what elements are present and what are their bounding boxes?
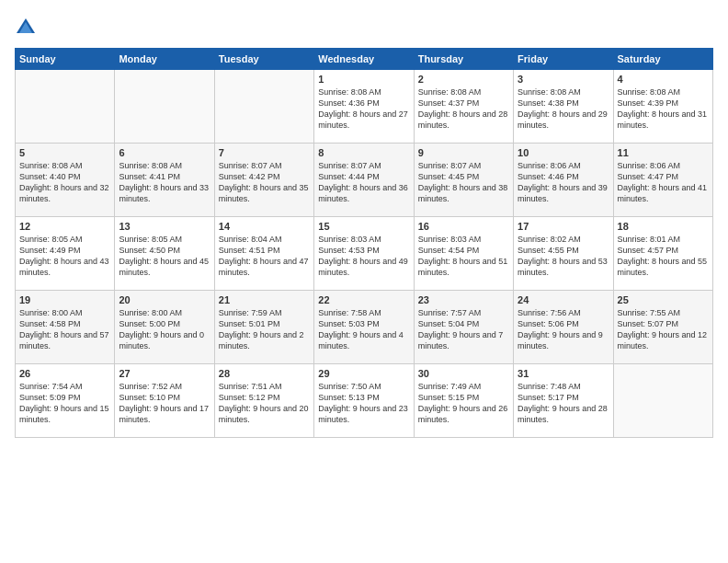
calendar-cell: 9Sunrise: 8:07 AM Sunset: 4:45 PM Daylig… <box>414 144 513 217</box>
day-info: Sunrise: 8:01 AM Sunset: 4:57 PM Dayligh… <box>618 234 709 279</box>
day-number: 26 <box>19 368 110 379</box>
day-number: 3 <box>518 74 609 85</box>
calendar-cell: 15Sunrise: 8:03 AM Sunset: 4:53 PM Dayli… <box>314 217 414 291</box>
day-number: 10 <box>518 147 609 158</box>
calendar-cell <box>16 70 115 144</box>
calendar-cell: 26Sunrise: 7:54 AM Sunset: 5:09 PM Dayli… <box>16 364 115 438</box>
calendar-cell: 24Sunrise: 7:56 AM Sunset: 5:06 PM Dayli… <box>514 291 613 364</box>
calendar-cell: 5Sunrise: 8:08 AM Sunset: 4:40 PM Daylig… <box>16 144 115 217</box>
weekday-header-friday: Friday <box>514 49 613 70</box>
day-number: 28 <box>219 368 310 379</box>
calendar-cell <box>613 364 712 438</box>
day-number: 20 <box>119 294 210 305</box>
day-info: Sunrise: 8:02 AM Sunset: 4:55 PM Dayligh… <box>518 234 609 279</box>
calendar-cell: 4Sunrise: 8:08 AM Sunset: 4:39 PM Daylig… <box>613 70 712 144</box>
day-number: 21 <box>219 294 310 305</box>
calendar-cell: 29Sunrise: 7:50 AM Sunset: 5:13 PM Dayli… <box>314 364 414 438</box>
calendar-cell: 18Sunrise: 8:01 AM Sunset: 4:57 PM Dayli… <box>613 217 712 291</box>
day-number: 27 <box>119 368 210 379</box>
calendar-cell: 30Sunrise: 7:49 AM Sunset: 5:15 PM Dayli… <box>414 364 513 438</box>
calendar-cell: 13Sunrise: 8:05 AM Sunset: 4:50 PM Dayli… <box>115 217 214 291</box>
page: SundayMondayTuesdayWednesdayThursdayFrid… <box>0 0 728 563</box>
weekday-header-monday: Monday <box>115 49 214 70</box>
calendar-cell: 1Sunrise: 8:08 AM Sunset: 4:36 PM Daylig… <box>314 70 414 144</box>
weekday-header-thursday: Thursday <box>414 49 513 70</box>
day-info: Sunrise: 8:08 AM Sunset: 4:39 PM Dayligh… <box>618 86 709 132</box>
day-number: 29 <box>318 368 409 379</box>
day-info: Sunrise: 7:54 AM Sunset: 5:09 PM Dayligh… <box>19 381 110 426</box>
calendar-cell: 19Sunrise: 8:00 AM Sunset: 4:58 PM Dayli… <box>16 291 115 364</box>
weekday-header-sunday: Sunday <box>16 49 115 70</box>
day-info: Sunrise: 7:48 AM Sunset: 5:17 PM Dayligh… <box>518 381 609 426</box>
day-number: 8 <box>318 147 409 158</box>
calendar-cell: 6Sunrise: 8:08 AM Sunset: 4:41 PM Daylig… <box>115 144 214 217</box>
day-info: Sunrise: 8:07 AM Sunset: 4:42 PM Dayligh… <box>219 160 310 205</box>
day-info: Sunrise: 8:08 AM Sunset: 4:36 PM Dayligh… <box>318 86 409 132</box>
calendar-cell: 22Sunrise: 7:58 AM Sunset: 5:03 PM Dayli… <box>314 291 414 364</box>
day-info: Sunrise: 8:08 AM Sunset: 4:40 PM Dayligh… <box>19 160 110 205</box>
calendar-week-3: 12Sunrise: 8:05 AM Sunset: 4:49 PM Dayli… <box>16 217 713 291</box>
weekday-header-saturday: Saturday <box>613 49 712 70</box>
day-info: Sunrise: 7:55 AM Sunset: 5:07 PM Dayligh… <box>618 307 709 352</box>
day-info: Sunrise: 8:00 AM Sunset: 4:58 PM Dayligh… <box>19 307 110 352</box>
calendar-cell: 12Sunrise: 8:05 AM Sunset: 4:49 PM Dayli… <box>16 217 115 291</box>
day-info: Sunrise: 8:07 AM Sunset: 4:45 PM Dayligh… <box>418 160 509 205</box>
day-info: Sunrise: 8:05 AM Sunset: 4:49 PM Dayligh… <box>19 234 110 279</box>
logo-icon <box>15 17 37 39</box>
day-info: Sunrise: 7:49 AM Sunset: 5:15 PM Dayligh… <box>418 381 509 426</box>
calendar-cell: 2Sunrise: 8:08 AM Sunset: 4:37 PM Daylig… <box>414 70 513 144</box>
day-info: Sunrise: 8:06 AM Sunset: 4:47 PM Dayligh… <box>618 160 709 205</box>
day-number: 25 <box>618 294 709 305</box>
day-number: 24 <box>518 294 609 305</box>
calendar-week-2: 5Sunrise: 8:08 AM Sunset: 4:40 PM Daylig… <box>16 144 713 217</box>
day-info: Sunrise: 8:05 AM Sunset: 4:50 PM Dayligh… <box>119 234 210 279</box>
day-number: 22 <box>318 294 409 305</box>
calendar-cell <box>214 70 313 144</box>
calendar-cell: 25Sunrise: 7:55 AM Sunset: 5:07 PM Dayli… <box>613 291 712 364</box>
day-number: 13 <box>119 221 210 232</box>
day-info: Sunrise: 8:06 AM Sunset: 4:46 PM Dayligh… <box>518 160 609 205</box>
calendar-cell: 31Sunrise: 7:48 AM Sunset: 5:17 PM Dayli… <box>514 364 613 438</box>
day-info: Sunrise: 7:57 AM Sunset: 5:04 PM Dayligh… <box>418 307 509 352</box>
header <box>15 15 713 39</box>
calendar-cell: 14Sunrise: 8:04 AM Sunset: 4:51 PM Dayli… <box>214 217 313 291</box>
day-info: Sunrise: 7:56 AM Sunset: 5:06 PM Dayligh… <box>518 307 609 352</box>
weekday-header-wednesday: Wednesday <box>314 49 414 70</box>
calendar-cell: 7Sunrise: 8:07 AM Sunset: 4:42 PM Daylig… <box>214 144 313 217</box>
day-info: Sunrise: 8:08 AM Sunset: 4:38 PM Dayligh… <box>518 86 609 132</box>
day-number: 23 <box>418 294 509 305</box>
calendar-cell <box>115 70 214 144</box>
day-info: Sunrise: 8:08 AM Sunset: 4:37 PM Dayligh… <box>418 86 509 132</box>
day-number: 7 <box>219 147 310 158</box>
day-number: 30 <box>418 368 509 379</box>
weekday-header-row: SundayMondayTuesdayWednesdayThursdayFrid… <box>16 49 713 70</box>
calendar-cell: 17Sunrise: 8:02 AM Sunset: 4:55 PM Dayli… <box>514 217 613 291</box>
day-info: Sunrise: 7:52 AM Sunset: 5:10 PM Dayligh… <box>119 381 210 426</box>
day-number: 31 <box>518 368 609 379</box>
day-info: Sunrise: 7:58 AM Sunset: 5:03 PM Dayligh… <box>318 307 409 352</box>
calendar-week-4: 19Sunrise: 8:00 AM Sunset: 4:58 PM Dayli… <box>16 291 713 364</box>
day-number: 1 <box>318 74 409 85</box>
calendar-cell: 27Sunrise: 7:52 AM Sunset: 5:10 PM Dayli… <box>115 364 214 438</box>
logo <box>15 15 40 39</box>
day-info: Sunrise: 7:59 AM Sunset: 5:01 PM Dayligh… <box>219 307 310 352</box>
day-number: 4 <box>618 74 709 85</box>
day-info: Sunrise: 8:04 AM Sunset: 4:51 PM Dayligh… <box>219 234 310 279</box>
calendar-cell: 28Sunrise: 7:51 AM Sunset: 5:12 PM Dayli… <box>214 364 313 438</box>
day-number: 11 <box>618 147 709 158</box>
calendar-cell: 23Sunrise: 7:57 AM Sunset: 5:04 PM Dayli… <box>414 291 513 364</box>
day-info: Sunrise: 8:03 AM Sunset: 4:53 PM Dayligh… <box>318 234 409 279</box>
calendar-week-1: 1Sunrise: 8:08 AM Sunset: 4:36 PM Daylig… <box>16 70 713 144</box>
calendar-week-5: 26Sunrise: 7:54 AM Sunset: 5:09 PM Dayli… <box>16 364 713 438</box>
day-info: Sunrise: 8:08 AM Sunset: 4:41 PM Dayligh… <box>119 160 210 205</box>
day-number: 18 <box>618 221 709 232</box>
day-number: 16 <box>418 221 509 232</box>
calendar-cell: 8Sunrise: 8:07 AM Sunset: 4:44 PM Daylig… <box>314 144 414 217</box>
calendar-cell: 10Sunrise: 8:06 AM Sunset: 4:46 PM Dayli… <box>514 144 613 217</box>
day-info: Sunrise: 8:03 AM Sunset: 4:54 PM Dayligh… <box>418 234 509 279</box>
calendar: SundayMondayTuesdayWednesdayThursdayFrid… <box>15 48 713 438</box>
day-number: 17 <box>518 221 609 232</box>
day-number: 15 <box>318 221 409 232</box>
day-info: Sunrise: 8:07 AM Sunset: 4:44 PM Dayligh… <box>318 160 409 205</box>
calendar-cell: 3Sunrise: 8:08 AM Sunset: 4:38 PM Daylig… <box>514 70 613 144</box>
